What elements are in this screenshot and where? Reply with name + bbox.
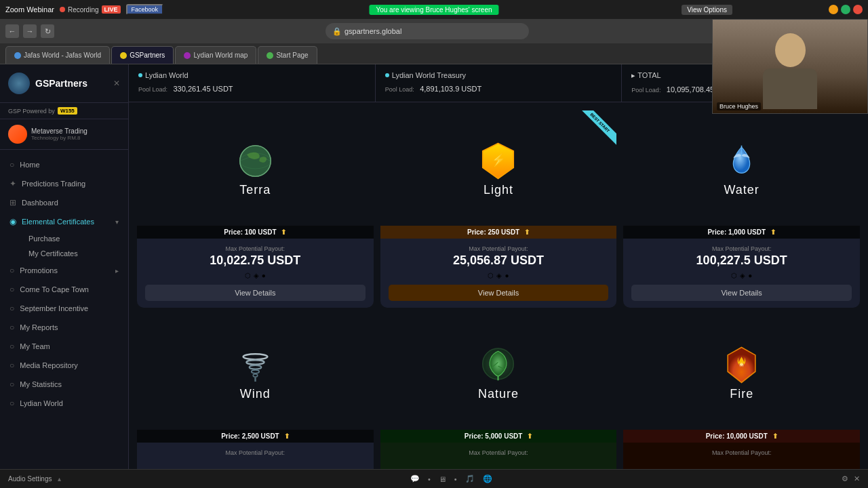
tab-start-page[interactable]: Start Page: [258, 46, 317, 64]
facebook-button[interactable]: Facebook: [126, 4, 164, 15]
tab-jafas-world[interactable]: Jafas World - Jafas World: [5, 46, 110, 64]
water-price-bar: Price: 1,000 USDT ⬆: [623, 226, 860, 239]
nav-label-home: Home: [20, 161, 39, 169]
nav-label-team: My Team: [20, 342, 50, 350]
terra-globe-icon: [233, 139, 277, 183]
light-icon-3: ●: [505, 272, 509, 279]
card-wind[interactable]: Wind Price: 2,500 USDT ⬆ Max Potential P…: [137, 314, 374, 488]
nav-label-reports: My Reports: [20, 323, 58, 331]
terra-payout-value: 10,022.75 USDT: [145, 253, 366, 268]
card-water[interactable]: Water Price: 1,000 USDT ⬆ Max Potential …: [623, 110, 860, 308]
nav-sub-elemental: Purchase My Certificates: [0, 231, 128, 261]
light-view-details-button[interactable]: View Details: [389, 285, 609, 301]
card-terra[interactable]: Terra Price: 100 USDT ⬆ Max Potential Pa…: [137, 110, 374, 308]
w155-logo: W155: [58, 107, 77, 115]
close-button[interactable]: [853, 5, 863, 14]
sidebar-item-home[interactable]: ○ Home: [0, 155, 128, 174]
sidebar-item-september[interactable]: ○ September Incentive: [0, 299, 128, 318]
terra-icon-2: ◈: [254, 272, 259, 279]
minimize-button[interactable]: [829, 5, 838, 14]
screen-icon[interactable]: 🖥: [439, 475, 446, 483]
terra-view-details-button[interactable]: View Details: [145, 285, 366, 301]
sidebar-item-my-certificates[interactable]: My Certificates: [19, 246, 128, 261]
mic-icon[interactable]: 🎵: [465, 474, 475, 483]
sidebar-item-lydian[interactable]: ○ Lydian World: [0, 394, 128, 413]
terra-price: Price: 100 USDT: [224, 228, 276, 236]
terra-icon-3: ●: [262, 272, 266, 279]
pool-label-total: Pool Load:: [631, 87, 660, 94]
nature-price-bar: Price: 5,000 USDT ⬆: [380, 430, 617, 443]
sidebar-item-dashboard[interactable]: ⊞ Dashboard: [0, 193, 128, 212]
zoom-topbar: Zoom Webinar Recording LIVE Facebook You…: [0, 0, 868, 19]
sidebar-item-elemental[interactable]: ◉ Elemental Certificates ▾: [0, 212, 128, 231]
pool-value-treasury: 4,891,103.9 USDT: [420, 85, 481, 93]
close-bottom-icon[interactable]: ✕: [854, 474, 860, 483]
wind-payout-label: Max Potential Payout:: [145, 449, 366, 456]
water-view-details-button[interactable]: View Details: [631, 285, 852, 301]
svg-point-7: [246, 360, 264, 365]
powered-by-section: GSP Powered by W155: [0, 103, 128, 119]
bottom-right-section: ⚙ ✕: [842, 474, 860, 483]
gs-logo-icon: [8, 73, 30, 94]
water-payout-label: Max Potential Payout:: [631, 245, 852, 252]
light-icons-row: ⬡ ◈ ●: [389, 272, 609, 279]
water-icons-row: ⬡ ◈ ●: [631, 272, 852, 279]
terra-name: Terra: [239, 183, 271, 197]
card-light[interactable]: BEST START ⚡ Light: [380, 110, 617, 308]
nav-label-elemental: Elemental Certificates: [22, 218, 94, 226]
tab-gspartners[interactable]: GSPartners: [111, 46, 174, 64]
card-nature[interactable]: Nature Price: 5,000 USDT ⬆ Max Potential…: [380, 314, 617, 488]
water-icon-3: ●: [748, 272, 752, 279]
september-icon: ○: [9, 304, 14, 313]
pool-value-lydian: 330,261.45 USDT: [174, 85, 233, 93]
best-start-ribbon: BEST START: [575, 110, 617, 148]
tab-lydian-world[interactable]: Lydian World map: [175, 46, 256, 64]
fire-name: Fire: [730, 387, 753, 401]
sidebar-item-purchase[interactable]: Purchase: [19, 231, 128, 246]
maximize-button[interactable]: [841, 5, 850, 14]
water-icon-2: ◈: [740, 272, 745, 279]
url-bar[interactable]: 🔒 gspartners.global: [326, 23, 529, 39]
pool-dot-lydian: [138, 73, 142, 77]
webcam-person-name: Bruce Hughes: [717, 102, 761, 110]
card-terra-upper: Terra: [137, 110, 374, 226]
sidebar-item-reports[interactable]: ○ My Reports: [0, 318, 128, 337]
back-button[interactable]: ←: [5, 24, 19, 38]
sidebar-item-predictions[interactable]: ✦ Predictions Trading: [0, 174, 128, 193]
sidebar-logo: GSPartners ✕: [0, 64, 128, 103]
sidebar-item-promotions[interactable]: ○ Promotions ▸: [0, 261, 128, 280]
water-name: Water: [724, 183, 759, 197]
light-payout-label: Max Potential Payout:: [389, 245, 609, 252]
bottom-bar: Audio Settings ▴ 💬 • 🖥 • 🎵 🌐 ⚙ ✕: [0, 469, 868, 488]
card-nature-upper: Nature: [380, 314, 617, 430]
globe-icon[interactable]: 🌐: [483, 474, 492, 483]
view-options-button[interactable]: View Options: [682, 5, 732, 15]
settings-icon[interactable]: ⚙: [842, 474, 848, 483]
app-container: GSPartners ✕ GSP Powered by W155 Metaver…: [0, 64, 868, 488]
terra-price-bar: Price: 100 USDT ⬆: [137, 226, 374, 239]
water-payout-value: 100,227.5 USDT: [631, 253, 852, 268]
sidebar-close-icon[interactable]: ✕: [113, 79, 120, 88]
sidebar-item-statistics[interactable]: ○ My Statistics: [0, 375, 128, 394]
metaverse-title: Metaverse Trading: [31, 127, 87, 135]
main-content: Lydian World Pool Load: 330,261.45 USDT …: [129, 64, 868, 488]
reports-icon: ○: [9, 323, 14, 332]
audio-settings-label[interactable]: Audio Settings: [8, 475, 52, 483]
card-fire[interactable]: Fire Price: 10,000 USDT ⬆ Max Potential …: [623, 314, 860, 488]
nav-label-purchase: Purchase: [28, 235, 60, 243]
chat-icon[interactable]: 💬: [410, 474, 420, 483]
webcam-overlay: Bruce Hughes: [712, 19, 868, 114]
sidebar-item-cape-town[interactable]: ○ Come To Cape Town: [0, 280, 128, 299]
forward-button[interactable]: →: [23, 24, 37, 38]
sidebar-item-team[interactable]: ○ My Team: [0, 337, 128, 356]
reload-button[interactable]: ↻: [41, 24, 54, 38]
sidebar-item-media[interactable]: ○ Media Repository: [0, 356, 128, 375]
live-badge: LIVE: [102, 5, 121, 14]
best-start-corner: BEST START: [562, 110, 616, 165]
nature-leaf-icon: [476, 343, 520, 387]
metaverse-section: Metaverse Trading Technology by RM.8: [0, 119, 128, 150]
cards-grid: Terra Price: 100 USDT ⬆ Max Potential Pa…: [129, 102, 868, 488]
card-light-upper: BEST START ⚡ Light: [380, 110, 617, 226]
dashboard-icon: ⊞: [9, 198, 16, 207]
home-icon: ○: [9, 160, 14, 169]
